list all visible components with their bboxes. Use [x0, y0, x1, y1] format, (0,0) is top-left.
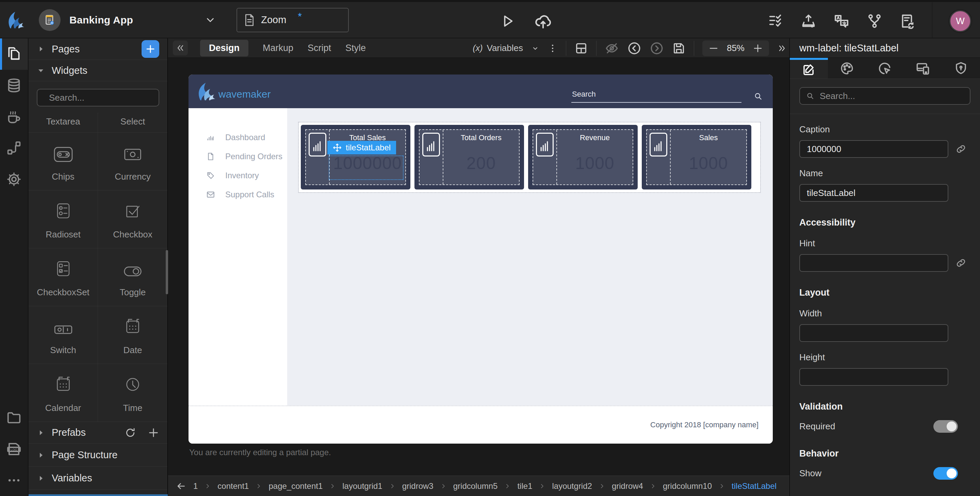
rail-logs-button[interactable]: LOG — [0, 433, 28, 465]
variables-chevron-down-icon[interactable] — [531, 44, 539, 52]
widget-item-checkboxset[interactable]: CheckboxSet — [29, 248, 98, 306]
rail-pages-button[interactable] — [0, 38, 28, 70]
undo-button[interactable] — [627, 41, 641, 56]
app-search-field[interactable] — [571, 88, 741, 103]
prefabs-section-header[interactable]: Prefabs — [29, 422, 167, 444]
breadcrumb-item[interactable]: content1 — [218, 482, 249, 491]
breadcrumb-item[interactable]: gridrow4 — [612, 482, 643, 491]
user-avatar[interactable]: W — [950, 10, 971, 32]
export-app-button[interactable] — [801, 13, 816, 29]
height-input[interactable] — [799, 368, 948, 386]
design-canvas[interactable]: wavemaker Dashboard — [168, 58, 789, 475]
file-sync-button[interactable] — [899, 13, 915, 29]
widget-item-textarea[interactable]: Textarea — [29, 113, 98, 132]
breadcrumb-item[interactable]: gridcolumn5 — [453, 482, 498, 491]
selected-widget-chip[interactable]: tileStatLabel — [327, 141, 396, 154]
name-input[interactable] — [799, 184, 948, 202]
widget-item-radioset[interactable]: Radioset — [29, 190, 98, 248]
tile-icon-zone[interactable] — [306, 130, 330, 184]
tile-stat-value[interactable]: 1000 — [575, 142, 614, 184]
app-header[interactable]: wavemaker — [189, 75, 773, 108]
breadcrumb-item[interactable]: 1 — [193, 482, 198, 491]
add-page-button[interactable] — [142, 40, 159, 58]
deploy-cloud-upload-button[interactable] — [534, 12, 552, 30]
bind-link-icon[interactable] — [955, 257, 967, 269]
tile-icon-zone[interactable] — [647, 130, 671, 184]
run-preview-button[interactable] — [500, 13, 515, 29]
app-search-input[interactable] — [571, 88, 741, 102]
save-button[interactable] — [672, 41, 686, 55]
bind-link-icon[interactable] — [955, 143, 967, 155]
breadcrumb-item[interactable]: gridcolumn10 — [663, 482, 712, 491]
rail-settings-button[interactable] — [0, 164, 28, 195]
page-tab-zoom[interactable]: Zoom * — [237, 8, 349, 32]
widget-item-currency[interactable]: Currency — [98, 132, 167, 190]
tab-markup[interactable]: Markup — [263, 40, 293, 56]
rail-java-services-button[interactable] — [0, 101, 28, 132]
tab-devices[interactable] — [904, 58, 942, 79]
translate-button[interactable] — [833, 13, 850, 29]
width-input[interactable] — [799, 324, 948, 342]
add-prefab-button[interactable] — [148, 427, 159, 439]
breadcrumb-item[interactable]: tile1 — [517, 482, 532, 491]
checklist-button[interactable] — [768, 13, 784, 29]
breadcrumb-item[interactable]: gridrow3 — [402, 482, 434, 491]
breadcrumb-item[interactable]: layoutgrid2 — [552, 482, 592, 491]
nav-item-inventory[interactable]: Inventory — [189, 166, 287, 185]
breadcrumb-item[interactable]: layoutgrid1 — [342, 482, 382, 491]
caption-input[interactable] — [799, 140, 948, 158]
variables-section-header[interactable]: Variables — [29, 467, 167, 490]
breadcrumb-item-selected[interactable]: tileStatLabel — [732, 482, 776, 491]
breadcrumb-item[interactable]: page_content1 — [269, 482, 323, 491]
widget-item-toggle[interactable]: Toggle — [98, 248, 167, 306]
tab-design[interactable]: Design — [200, 40, 248, 56]
git-branch-button[interactable] — [867, 13, 882, 29]
layout-grid-button[interactable] — [574, 41, 588, 55]
variables-dropdown[interactable]: Variables — [487, 43, 523, 53]
nav-item-support-calls[interactable]: Support Calls — [189, 185, 287, 204]
app-search-icon[interactable] — [754, 92, 762, 101]
project-name[interactable]: Banking App — [69, 14, 133, 26]
nav-item-dashboard[interactable]: Dashboard — [189, 128, 287, 147]
project-chevron-down-icon[interactable] — [205, 14, 216, 26]
zoom-out-button[interactable] — [708, 43, 719, 53]
rail-more-button[interactable] — [0, 465, 28, 496]
required-toggle[interactable] — [933, 420, 958, 433]
properties-search-input[interactable] — [820, 91, 964, 102]
widget-search-input[interactable] — [49, 92, 163, 103]
tile-main-zone[interactable]: Revenue 1000 — [557, 130, 633, 184]
rail-files-button[interactable] — [0, 402, 28, 433]
hint-input[interactable] — [799, 254, 948, 272]
rail-apis-button[interactable] — [0, 132, 28, 164]
page-structure-section-header[interactable]: Page Structure — [29, 444, 167, 467]
widget-item-switch[interactable]: Switch — [29, 306, 98, 364]
left-panel-scrollbar[interactable] — [166, 250, 168, 294]
breadcrumb-back-arrow-icon[interactable] — [176, 481, 186, 491]
widgets-section-header[interactable]: Widgets — [29, 60, 167, 81]
tab-properties[interactable] — [790, 58, 828, 79]
hide-markers-eye-off-button[interactable] — [605, 41, 619, 56]
zoom-in-button[interactable] — [753, 43, 763, 53]
tile-sales[interactable]: Sales 1000 — [642, 125, 751, 189]
layout-grid-row[interactable]: Total Sales 1000000 tileStatLabel — [299, 122, 760, 192]
tile-main-zone[interactable]: Sales 1000 — [671, 130, 746, 184]
widget-item-date[interactable]: Date — [98, 306, 167, 364]
tab-security[interactable] — [942, 58, 980, 79]
project-avatar-icon[interactable] — [39, 9, 60, 31]
tile-total-sales[interactable]: Total Sales 1000000 tileStatLabel — [301, 125, 410, 189]
collapse-right-panel-button[interactable] — [777, 43, 787, 53]
widget-item-time[interactable]: Time — [98, 364, 167, 421]
tab-styles[interactable] — [828, 58, 866, 79]
tile-icon-zone[interactable] — [420, 130, 443, 184]
app-page-preview[interactable]: wavemaker Dashboard — [189, 75, 773, 444]
redo-button[interactable] — [649, 41, 664, 56]
rail-database-button[interactable] — [0, 70, 28, 101]
show-toggle[interactable] — [933, 467, 958, 480]
tab-script[interactable]: Script — [308, 40, 331, 56]
widget-item-checkbox[interactable]: Checkbox — [98, 190, 167, 248]
collapse-left-panel-button[interactable] — [173, 40, 188, 56]
widget-item-chips[interactable]: Chips — [29, 132, 98, 190]
tile-revenue[interactable]: Revenue 1000 — [528, 125, 638, 189]
tile-stat-value[interactable]: 200 — [466, 142, 496, 184]
tile-total-orders[interactable]: Total Orders 200 — [414, 125, 524, 189]
